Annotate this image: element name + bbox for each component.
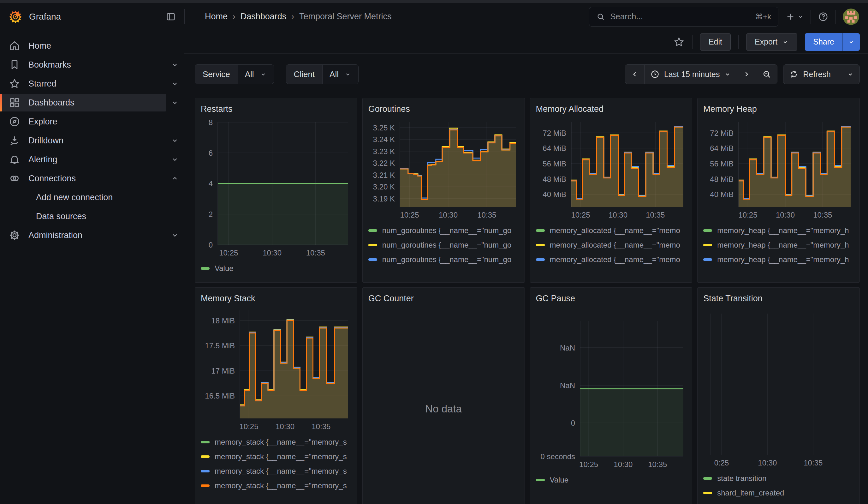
refresh-interval-dropdown[interactable]	[841, 65, 859, 84]
legend-item[interactable]: memory_stack {__name__="memory_s	[201, 449, 351, 464]
chevron-down-icon[interactable]	[170, 156, 179, 163]
memory-heap-chart[interactable]: 72 MiB64 MiB56 MiB48 MiB40 MiB10:2510:30…	[703, 116, 854, 220]
legend-item[interactable]: num_goroutines {__name__="num_go	[368, 223, 519, 238]
chevron-up-icon[interactable]	[170, 175, 179, 182]
panel-title[interactable]: Memory Allocated	[536, 103, 686, 115]
sidebar-toggle-icon[interactable]	[165, 11, 176, 22]
sidebar-item-add-new-connection[interactable]: Add new connection	[0, 188, 179, 206]
legend-item[interactable]: Value	[536, 473, 686, 487]
legend-item[interactable]: memory_stack {__name__="memory_s	[201, 435, 351, 449]
search-box[interactable]: ⌘+k	[589, 7, 778, 27]
legend-item[interactable]: num_goroutines {__name__="num_go	[368, 252, 519, 267]
legend-item[interactable]: memory_heap {__name__="memory_h	[703, 267, 854, 271]
goroutines-chart[interactable]: 3.25 K3.24 K3.23 K3.22 K3.21 K3.20 K3.19…	[368, 116, 519, 220]
export-button[interactable]: Export	[746, 33, 797, 51]
panel-title[interactable]: Goroutines	[368, 103, 519, 115]
svg-text:10:25: 10:25	[579, 460, 598, 469]
sidebar-item-dashboards[interactable]: Dashboards	[0, 94, 179, 112]
legend-item[interactable]: memory_stack {__name__="memory_s	[201, 464, 351, 479]
search-input[interactable]	[610, 12, 750, 21]
panel-state-transition: State Transition 0:2510:3010:35 state tr…	[697, 287, 860, 504]
svg-text:10:35: 10:35	[477, 210, 496, 219]
legend-item[interactable]: num_goroutines {__name__="num_go	[368, 267, 519, 271]
sidebar-item-starred[interactable]: Starred	[0, 75, 179, 93]
state-transition-chart[interactable]: 0:2510:3010:35	[703, 305, 854, 468]
sidebar-item-drilldown[interactable]: Drilldown	[0, 132, 179, 150]
legend-label: num_goroutines {__name__="num_go	[382, 226, 512, 235]
legend-item[interactable]: memory_heap {__name__="memory_h	[703, 252, 854, 267]
legend-item[interactable]: memory_allocated {__name__="memo	[536, 223, 686, 238]
legend-color-chip	[536, 258, 545, 261]
legend-color-chip	[703, 258, 712, 261]
svg-text:10:25: 10:25	[239, 422, 258, 431]
panel-title[interactable]: GC Pause	[536, 292, 686, 305]
svg-text:10:25: 10:25	[571, 210, 590, 219]
time-shift-forward-button[interactable]	[737, 65, 756, 84]
refresh-button[interactable]: Refresh	[783, 65, 841, 84]
sidebar-item-label: Explore	[28, 117, 58, 127]
panel-legend: memory_allocated {__name__="memomemory_a…	[536, 223, 686, 271]
legend-label: memory_heap {__name__="memory_h	[717, 270, 849, 271]
legend-item[interactable]: num_goroutines {__name__="num_go	[368, 238, 519, 252]
svg-text:6: 6	[209, 149, 213, 157]
drilldown-icon	[8, 134, 21, 147]
breadcrumb-dashboards[interactable]: Dashboards	[240, 12, 287, 21]
panel-title[interactable]: Memory Stack	[201, 292, 351, 305]
svg-text:10:35: 10:35	[813, 210, 832, 219]
svg-text:10:30: 10:30	[439, 210, 458, 219]
share-button[interactable]: Share	[805, 33, 843, 51]
sidebar-item-administration[interactable]: Administration	[0, 226, 179, 244]
gc-pause-chart[interactable]: NaNNaN00 seconds10:2510:3010:35	[536, 305, 686, 470]
svg-text:10:35: 10:35	[648, 460, 667, 469]
svg-text:3.22 K: 3.22 K	[373, 159, 394, 167]
time-range-picker[interactable]: Last 15 minutes	[644, 65, 737, 84]
panel-title[interactable]: State Transition	[703, 292, 854, 305]
breadcrumb-home[interactable]: Home	[205, 12, 228, 21]
sidebar-item-label: Alerting	[28, 155, 58, 165]
chevron-down-icon[interactable]	[170, 80, 179, 88]
sidebar-item-data-sources[interactable]: Data sources	[0, 207, 179, 225]
favorite-star-icon[interactable]	[673, 36, 685, 48]
chevron-down-icon[interactable]	[170, 99, 179, 106]
sidebar-item-home[interactable]: Home	[0, 37, 179, 55]
legend-item[interactable]: shard_item_created	[703, 486, 854, 500]
legend-item[interactable]: memory_allocated {__name__="memo	[536, 267, 686, 271]
chevron-down-icon[interactable]	[170, 61, 179, 69]
memory-allocated-chart[interactable]: 72 MiB64 MiB56 MiB48 MiB40 MiB10:2510:30…	[536, 116, 686, 220]
restarts-chart[interactable]: 8642010:2510:3010:35	[201, 116, 351, 258]
variables-row: Service All Client All Last 15 minutes	[195, 64, 860, 84]
svg-text:0:25: 0:25	[714, 459, 729, 467]
legend-item[interactable]: state transition	[703, 471, 854, 486]
compass-icon	[8, 115, 21, 128]
legend-item[interactable]: memory_heap {__name__="memory_h	[703, 223, 854, 238]
add-button[interactable]	[785, 12, 804, 22]
legend-item[interactable]: memory_stack {__name__="memory_s	[201, 479, 351, 493]
svg-text:3.24 K: 3.24 K	[373, 135, 394, 144]
time-shift-back-button[interactable]	[625, 65, 644, 84]
edit-button[interactable]: Edit	[700, 33, 731, 51]
sidebar-item-explore[interactable]: Explore	[0, 113, 179, 131]
sidebar-item-connections[interactable]: Connections	[0, 169, 179, 187]
service-variable-value[interactable]: All	[238, 65, 273, 84]
sidebar-item-alerting[interactable]: Alerting	[0, 151, 179, 168]
avatar[interactable]	[843, 9, 859, 25]
client-variable-value[interactable]: All	[323, 65, 358, 84]
legend-item[interactable]: Value	[201, 261, 351, 276]
legend-item[interactable]: memory_allocated {__name__="memo	[536, 252, 686, 267]
share-dropdown-button[interactable]	[843, 33, 860, 51]
panel-title[interactable]: Memory Heap	[703, 103, 854, 115]
panel-title[interactable]: GC Counter	[368, 292, 519, 305]
panel-title[interactable]: Restarts	[201, 103, 351, 115]
sidebar-item-bookmarks[interactable]: Bookmarks	[0, 56, 179, 74]
help-icon[interactable]	[818, 11, 828, 22]
svg-text:NaN: NaN	[560, 343, 575, 352]
memory-stack-chart[interactable]: 18 MiB17.5 MiB17 MiB16.5 MiB10:2510:3010…	[201, 305, 351, 432]
panel-legend: num_goroutines {__name__="num_gonum_goro…	[368, 223, 519, 271]
legend-item[interactable]: memory_allocated {__name__="memo	[536, 238, 686, 252]
legend-color-chip	[201, 455, 209, 458]
legend-item[interactable]: memory_heap {__name__="memory_h	[703, 238, 854, 252]
chevron-down-icon[interactable]	[170, 232, 179, 239]
time-zoom-out-button[interactable]	[756, 65, 777, 84]
chevron-down-icon[interactable]	[170, 137, 179, 144]
header-divider	[184, 9, 185, 24]
